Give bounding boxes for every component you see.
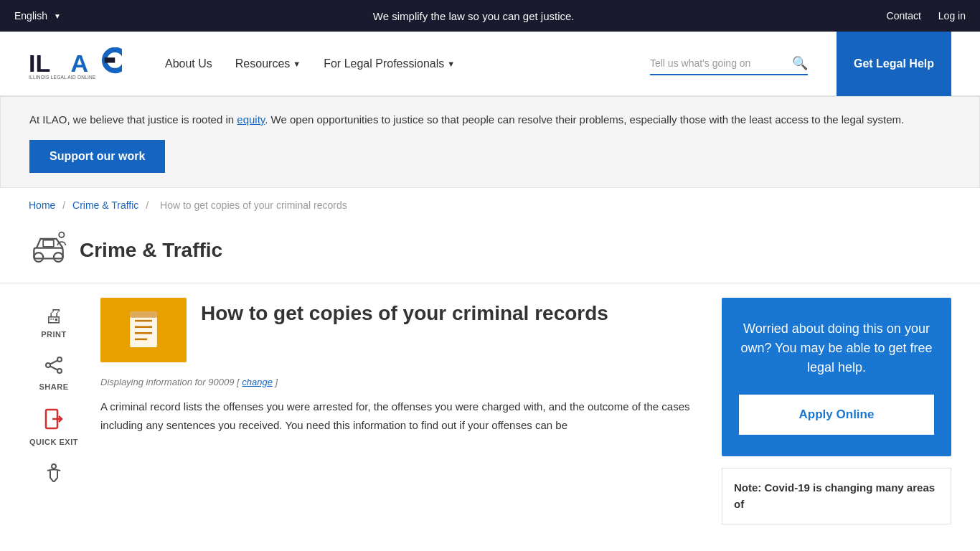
category-header: Crime & Traffic xyxy=(0,222,980,283)
print-icon: 🖨 xyxy=(44,305,63,327)
breadcrumb-current: How to get copies of your criminal recor… xyxy=(160,199,347,211)
svg-point-11 xyxy=(46,363,50,367)
svg-text:A: A xyxy=(71,50,89,77)
quick-exit-icon xyxy=(44,408,63,435)
legal-help-title: Worried about doing this on your own? Yo… xyxy=(739,319,934,377)
resources-chevron-icon: ▼ xyxy=(293,60,301,68)
svg-point-12 xyxy=(57,369,62,373)
search-input[interactable] xyxy=(650,57,788,69)
banner: At ILAO, we believe that justice is root… xyxy=(0,96,980,188)
breadcrumb-home[interactable]: Home xyxy=(29,199,55,211)
right-sidebar: Worried about doing this on your own? Yo… xyxy=(722,298,951,524)
article-meta: Displaying information for 90009 [ chang… xyxy=(100,377,700,387)
print-action[interactable]: 🖨 PRINT xyxy=(41,305,67,339)
breadcrumb-separator-2: / xyxy=(146,199,151,211)
change-location-link[interactable]: change xyxy=(242,377,273,387)
share-action[interactable]: SHARE xyxy=(39,356,68,391)
contact-link[interactable]: Contact xyxy=(887,10,921,22)
svg-point-6 xyxy=(54,253,63,262)
nav-links: About Us Resources ▼ For Legal Professio… xyxy=(165,57,621,70)
banner-content: At ILAO, we believe that justice is root… xyxy=(29,111,951,173)
share-label: SHARE xyxy=(39,382,68,391)
breadcrumb-category[interactable]: Crime & Traffic xyxy=(72,199,138,211)
svg-point-9 xyxy=(59,232,64,237)
svg-rect-23 xyxy=(130,311,157,318)
svg-rect-8 xyxy=(43,240,54,247)
share-icon xyxy=(44,356,63,380)
search-bar: 🔍 xyxy=(650,52,808,75)
legal-help-box: Worried about doing this on your own? Yo… xyxy=(722,298,951,456)
chevron-down-icon: ▼ xyxy=(54,12,61,20)
support-work-button[interactable]: Support our work xyxy=(29,140,165,173)
article-title: How to get copies of your criminal recor… xyxy=(201,298,608,362)
accessibility-icon xyxy=(44,463,63,487)
svg-line-14 xyxy=(50,367,57,370)
quick-exit-label: QUICK EXIT xyxy=(29,438,78,446)
article-thumbnail xyxy=(100,298,187,362)
accessibility-action[interactable] xyxy=(44,463,63,487)
svg-point-5 xyxy=(34,253,43,262)
sidebar-actions: 🖨 PRINT SHARE xyxy=(29,298,79,524)
language-selector[interactable]: English ▼ xyxy=(14,10,61,22)
search-icon[interactable]: 🔍 xyxy=(792,55,808,71)
for-legal-professionals-link[interactable]: For Legal Professionals ▼ xyxy=(324,57,455,70)
print-label: PRINT xyxy=(41,330,67,339)
resources-link[interactable]: Resources ▼ xyxy=(235,57,301,70)
article-header: How to get copies of your criminal recor… xyxy=(100,298,700,362)
svg-point-17 xyxy=(52,464,56,468)
article-body: A criminal record lists the offenses you… xyxy=(100,397,700,434)
top-bar: English ▼ We simplify the law so you can… xyxy=(0,0,980,32)
legal-chevron-icon: ▼ xyxy=(447,60,455,68)
main-nav: IL A ILLINOIS LEGAL AID ONLINE About Us … xyxy=(0,32,980,96)
svg-text:IL: IL xyxy=(29,50,50,77)
svg-line-13 xyxy=(50,361,57,364)
breadcrumb: Home / Crime & Traffic / How to get copi… xyxy=(0,188,980,222)
category-title: Crime & Traffic xyxy=(80,239,222,262)
article-area: How to get copies of your criminal recor… xyxy=(100,298,700,524)
svg-text:ILLINOIS LEGAL AID ONLINE: ILLINOIS LEGAL AID ONLINE xyxy=(29,75,96,80)
apply-online-button[interactable]: Apply Online xyxy=(739,395,934,435)
logo[interactable]: IL A ILLINOIS LEGAL AID ONLINE xyxy=(29,47,122,80)
covid-note-title: Note: Covid-19 is changing many areas of xyxy=(734,481,935,510)
about-us-link[interactable]: About Us xyxy=(165,57,212,70)
banner-text: At ILAO, we believe that justice is root… xyxy=(29,111,951,128)
category-icon xyxy=(29,230,68,271)
quick-exit-action[interactable]: QUICK EXIT xyxy=(29,408,78,446)
top-bar-right: Contact Log in xyxy=(887,10,966,22)
svg-point-10 xyxy=(57,357,62,362)
get-legal-help-button[interactable]: Get Legal Help xyxy=(837,32,951,96)
covid-note: Note: Covid-19 is changing many areas of xyxy=(722,468,951,524)
equity-link[interactable]: equity xyxy=(237,113,265,126)
breadcrumb-separator-1: / xyxy=(62,199,68,211)
language-label: English xyxy=(14,10,47,22)
tagline: We simplify the law so you can get justi… xyxy=(373,10,575,22)
main-content: 🖨 PRINT SHARE xyxy=(0,298,980,524)
login-link[interactable]: Log in xyxy=(938,10,966,22)
